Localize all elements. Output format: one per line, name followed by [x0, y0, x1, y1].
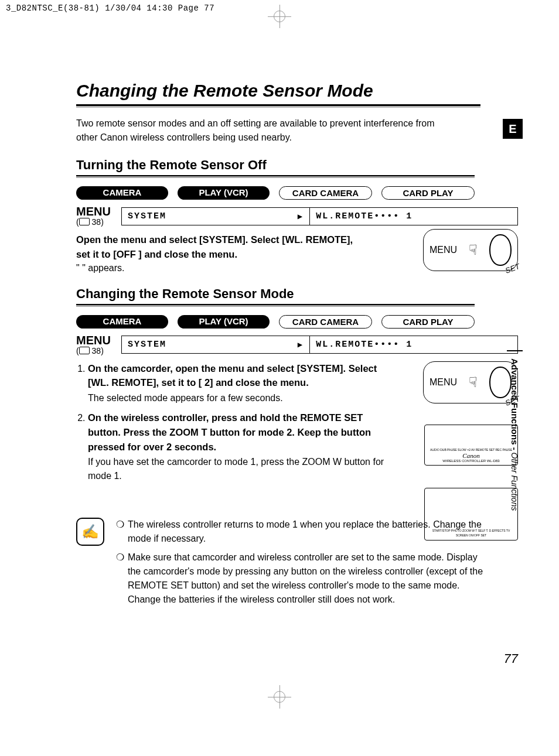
pill-card-play: CARD PLAY — [381, 315, 475, 329]
menu-page-ref: ( 38) — [76, 217, 111, 227]
intro-paragraph: Two remote sensor modes and an off setti… — [76, 117, 439, 145]
title-underline — [76, 104, 480, 106]
section2-heading: Changing the Remote Sensor Mode — [76, 286, 475, 302]
remote-illustration-2: START/STOP PHOTO ZOOM W T SELF T. D.EFFE… — [424, 488, 518, 541]
note-2: ❍ Make sure that camcorder and wireless … — [116, 550, 486, 607]
remote-illustration-1: AUDIO DUB PAUSE SLOW ×2 AV REMOTE SET RE… — [424, 425, 518, 466]
section2-step-list: On the camcorder, open the menu and sele… — [76, 361, 393, 483]
dial-icon — [489, 234, 512, 266]
side-section-tab: Advanced Functions - Other Functions — [507, 350, 523, 518]
hand-icon: ☟ — [469, 242, 478, 258]
page-number: 77 — [504, 651, 518, 666]
menu-label: MENU — [76, 206, 111, 217]
book-icon — [79, 218, 90, 225]
pill-play-vcr: PLAY (VCR) — [178, 186, 270, 200]
page-content: E Changing the Remote Sensor Mode Two re… — [0, 16, 559, 713]
menu-path-row-1: MENU ( 38) SYSTEM ▶ WL.REMOTE•••• 1 — [76, 206, 518, 227]
menu-dial-illustration-2: MENU ☟ SET — [423, 361, 518, 403]
pill-card-play: CARD PLAY — [381, 186, 475, 200]
pill-card-camera: CARD CAMERA — [279, 186, 372, 200]
section-rule — [76, 304, 475, 307]
menu-box-system: SYSTEM ▶ — [121, 336, 309, 354]
arrow-right-icon: ▶ — [298, 211, 304, 221]
menu-box-wlremote: WL.REMOTE•••• 1 — [309, 336, 518, 354]
page-title: Changing the Remote Sensor Mode — [76, 81, 518, 101]
hand-icon: ☟ — [469, 374, 478, 391]
crop-mark-bottom — [268, 685, 291, 709]
step-1: On the camcorder, open the menu and sele… — [88, 361, 393, 405]
step-2: On the wireless controller, press and ho… — [88, 411, 393, 483]
pill-play-vcr: PLAY (VCR) — [178, 315, 270, 329]
section-rule — [76, 175, 475, 178]
arrow-right-icon: ▶ — [298, 340, 304, 350]
section1-instruction: Open the menu and select [SYSTEM]. Selec… — [76, 232, 369, 262]
menu-box-wlremote: WL.REMOTE•••• 1 — [309, 207, 518, 225]
pill-camera: CAMERA — [76, 186, 168, 200]
menu-path-row-2: MENU ( 38) SYSTEM ▶ WL.REMOTE•••• 1 — [76, 334, 518, 355]
book-icon — [79, 347, 90, 354]
menu-label: MENU — [76, 334, 111, 346]
menu-box-system: SYSTEM ▶ — [121, 207, 309, 225]
language-badge: E — [503, 119, 523, 139]
menu-dial-illustration-1: MENU ☟ SET — [423, 229, 518, 271]
mode-pill-row-1: CAMERA PLAY (VCR) CARD CAMERA CARD PLAY — [76, 186, 475, 200]
menu-page-ref: ( 38) — [76, 346, 111, 355]
pill-camera: CAMERA — [76, 315, 168, 329]
section1-heading: Turning the Remote Sensor Off — [76, 158, 475, 173]
note-icon: ✍ — [76, 518, 104, 546]
mode-pill-row-2: CAMERA PLAY (VCR) CARD CAMERA CARD PLAY — [76, 315, 475, 329]
pill-card-camera: CARD CAMERA — [279, 315, 372, 329]
